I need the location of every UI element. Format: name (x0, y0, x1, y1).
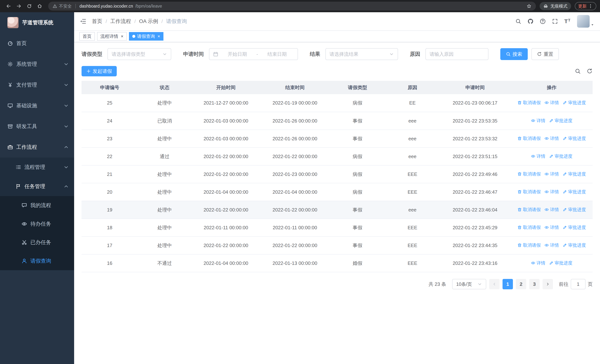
header-search-button[interactable] (515, 18, 521, 24)
sidebar-item-home[interactable]: 首页 (0, 33, 74, 54)
toggle-search-button[interactable] (575, 68, 581, 74)
forward-button[interactable] (14, 1, 24, 11)
fullscreen-button[interactable] (552, 18, 558, 24)
detail-link[interactable]: 详情 (531, 118, 545, 124)
start-date-placeholder: 开始日期 (221, 51, 254, 57)
detail-link[interactable]: 详情 (544, 171, 559, 177)
cell-actions: 取消请假详情审批进度 (511, 236, 593, 254)
github-link[interactable] (527, 18, 534, 24)
approval-progress-link[interactable]: 审批进度 (562, 189, 586, 195)
refresh-table-button[interactable] (587, 68, 593, 74)
chevron-down-icon (389, 52, 394, 56)
sidebar-item-workflow[interactable]: 工作流程 (0, 137, 74, 158)
cell-apply-time: 2022-01-22 23:53:35 (439, 112, 511, 130)
approval-progress-link[interactable]: 审批进度 (562, 135, 586, 141)
sidebar-item-system-management[interactable]: 系统管理 (0, 54, 74, 75)
detail-link[interactable]: 详情 (544, 224, 559, 230)
leave-type-select[interactable]: 请选择请假类型 (107, 48, 171, 60)
page-size-value: 10条/页 (456, 281, 472, 287)
detail-link[interactable]: 详情 (544, 100, 559, 106)
font-size-button[interactable]: TT (564, 18, 571, 24)
cell-end-time: 2022-01-22 00:00:00 (260, 201, 329, 219)
cell-request-id: 20 (82, 183, 138, 201)
breadcrumb-home[interactable]: 首页 (92, 18, 102, 25)
sidebar-item-my-process[interactable]: 我的流程 (0, 196, 74, 215)
sidebar-item-task-management[interactable]: 任务管理 (0, 177, 74, 196)
detail-link[interactable]: 详情 (531, 260, 545, 266)
back-button[interactable] (4, 1, 13, 11)
cancel-leave-link[interactable]: 取消请假 (517, 135, 541, 141)
approval-progress-link[interactable]: 审批进度 (549, 153, 572, 159)
approval-progress-link[interactable]: 审批进度 (562, 242, 586, 248)
cell-actions: 取消请假详情审批进度 (511, 94, 593, 112)
sidebar-item-process-management[interactable]: 流程管理 (0, 158, 74, 177)
next-page-button[interactable] (543, 279, 553, 289)
approval-progress-link[interactable]: 审批进度 (549, 118, 572, 124)
cell-status: 处理中 (138, 165, 191, 183)
user-menu[interactable] (577, 15, 594, 28)
sidebar-item-infrastructure[interactable]: 基础设施 (0, 95, 74, 116)
page-button-2[interactable]: 2 (516, 279, 526, 289)
close-tab-icon[interactable]: × (121, 34, 123, 38)
cell-end-time: 2022-01-26 00:00:00 (260, 112, 329, 130)
tab-process-detail[interactable]: 流程详情× (97, 32, 127, 41)
security-indicator[interactable]: 不安全 (53, 3, 72, 9)
chevron-down-icon (162, 52, 167, 56)
cell-status: 处理中 (138, 201, 191, 219)
reason-input[interactable] (425, 48, 488, 60)
apply-time-range-picker[interactable]: 开始日期 - 结束日期 (209, 48, 298, 60)
prev-page-button[interactable] (489, 279, 500, 289)
result-select[interactable]: 请选择流结果 (325, 48, 398, 60)
page-button-1[interactable]: 1 (503, 279, 513, 289)
cancel-leave-link[interactable]: 取消请假 (517, 171, 541, 177)
approval-progress-link[interactable]: 审批进度 (562, 100, 586, 106)
detail-link[interactable]: 详情 (531, 153, 545, 159)
reload-button[interactable] (24, 1, 34, 11)
cancel-leave-link[interactable]: 取消请假 (517, 224, 541, 230)
cancel-leave-link[interactable]: 取消请假 (517, 100, 541, 106)
bookmark-star-icon[interactable] (527, 4, 531, 9)
sidebar-item-leave-query[interactable]: 请假查询 (0, 252, 74, 270)
sidebar-item-done-task[interactable]: 已办任务 (0, 233, 74, 252)
cell-end-time: 2022-01-23 00:00:00 (260, 165, 329, 183)
reset-button[interactable]: 重置 (531, 48, 559, 60)
approval-progress-link[interactable]: 审批进度 (562, 224, 586, 230)
tab-home[interactable]: 首页 (79, 32, 95, 41)
close-tab-icon[interactable]: × (158, 34, 160, 38)
browser-menu-update-pill[interactable]: 更新 (575, 2, 596, 10)
back-icon (6, 3, 11, 9)
detail-link[interactable]: 详情 (544, 207, 559, 213)
approval-progress-link[interactable]: 审批进度 (549, 260, 572, 266)
approval-progress-link[interactable]: 审批进度 (562, 207, 586, 213)
sidebar-item-todo-task[interactable]: 待办任务 (0, 215, 74, 233)
browser-menu-icon[interactable] (588, 4, 593, 9)
breadcrumb-workflow[interactable]: 工作流程 (110, 18, 131, 25)
apply-time-label: 申请时间 (183, 51, 204, 58)
create-leave-button[interactable]: 发起请假 (82, 66, 117, 76)
sidebar-item-dev-tools[interactable]: 研发工具 (0, 116, 74, 137)
detail-link[interactable]: 详情 (544, 135, 559, 141)
breadcrumb-oa-example[interactable]: OA 示例 (139, 18, 158, 25)
reload-icon (27, 3, 32, 9)
cancel-leave-link[interactable]: 取消请假 (517, 207, 541, 213)
tab-leave-query[interactable]: 请假查询× (129, 32, 163, 41)
cancel-leave-link[interactable]: 取消请假 (517, 189, 541, 195)
chevron-down-icon (63, 164, 69, 170)
detail-link[interactable]: 详情 (544, 242, 559, 248)
page-size-select[interactable]: 10条/页 (452, 279, 486, 289)
address-bar[interactable]: 不安全 dashboard.yudao.iocoder.cn/bpm/oa/le… (48, 2, 536, 10)
goto-page-input[interactable] (571, 279, 586, 289)
search-button[interactable]: 搜索 (500, 48, 528, 60)
cell-actions: 详情审批进度 (511, 112, 593, 130)
yen-icon (7, 82, 13, 88)
app-logo[interactable]: 芋道管理系统 (0, 12, 74, 33)
cell-reason: EEE (386, 219, 439, 236)
cancel-leave-link[interactable]: 取消请假 (517, 242, 541, 248)
help-button[interactable] (540, 18, 546, 24)
sidebar-item-payment-management[interactable]: 支付管理 (0, 75, 74, 95)
home-button[interactable] (35, 1, 45, 11)
approval-progress-link[interactable]: 审批进度 (562, 171, 586, 177)
detail-link[interactable]: 详情 (544, 189, 559, 195)
page-button-3[interactable]: 3 (529, 279, 540, 289)
sidebar-toggle-button[interactable] (74, 12, 92, 30)
